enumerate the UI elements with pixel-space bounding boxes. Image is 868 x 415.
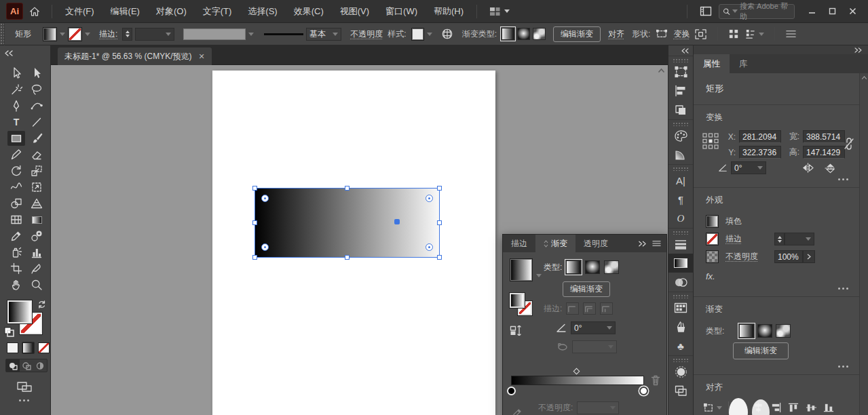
properties-scrollbar[interactable] <box>859 73 868 415</box>
tool-column-graph[interactable] <box>28 245 45 260</box>
gradient-radial-button[interactable] <box>517 28 530 40</box>
collapse-panel-icon[interactable] <box>638 241 647 247</box>
opacity-field[interactable]: 100% <box>774 250 803 263</box>
menu-help[interactable]: 帮助(H) <box>426 2 471 21</box>
tool-hand[interactable] <box>7 277 25 292</box>
swatches-panel-icon[interactable] <box>668 298 693 317</box>
flip-horizontal-icon[interactable] <box>801 163 814 173</box>
tool-line-segment[interactable] <box>28 115 45 130</box>
opacity-panel-link[interactable]: 不透明度 <box>350 28 383 40</box>
gradient-panel-icon[interactable] <box>668 254 693 273</box>
align-top-button[interactable] <box>788 402 799 413</box>
gradient-slider[interactable] <box>511 369 644 397</box>
tab-properties[interactable]: 属性 <box>694 54 730 73</box>
chevron-down-icon[interactable] <box>60 33 65 36</box>
opacity-expand-button[interactable] <box>803 250 815 263</box>
gradient-button[interactable] <box>22 342 35 354</box>
opacity-panel-link[interactable]: 不透明度 <box>725 251 768 262</box>
constrain-proportions-icon[interactable] <box>843 136 855 151</box>
chevron-down-icon[interactable] <box>536 274 542 277</box>
selection-handle-nw[interactable] <box>252 186 257 191</box>
brushes-panel-icon[interactable] <box>668 317 693 336</box>
align-panel-icon[interactable] <box>668 81 693 100</box>
stroke-weight-dropdown[interactable] <box>135 28 174 41</box>
stop-opacity-dropdown[interactable] <box>577 401 619 414</box>
tool-rotate[interactable] <box>7 163 25 178</box>
fill-proxy-swatch[interactable] <box>7 300 32 323</box>
gradient-linear-button[interactable] <box>739 324 754 338</box>
paragraph-panel-icon[interactable]: ¶ <box>668 190 693 209</box>
tool-mesh[interactable] <box>7 212 25 227</box>
tab-transparency[interactable]: 透明度 <box>575 235 616 252</box>
edit-toolbar-button[interactable] <box>19 399 29 401</box>
scroll-up-icon[interactable] <box>861 75 867 80</box>
isolate-icon[interactable] <box>744 28 756 40</box>
stroke-swatch[interactable] <box>706 233 719 245</box>
gradient-freeform-button[interactable] <box>776 324 791 338</box>
tool-gradient[interactable] <box>28 212 45 227</box>
tool-slice[interactable] <box>28 261 45 276</box>
tool-blend[interactable] <box>28 229 45 243</box>
menu-effect[interactable]: 效果(C) <box>286 2 331 21</box>
tool-direct-selection[interactable] <box>28 66 45 81</box>
menu-select[interactable]: 选择(S) <box>240 2 284 21</box>
expand-icon[interactable] <box>694 28 707 40</box>
tool-zoom[interactable] <box>28 277 45 292</box>
tool-pen[interactable] <box>7 98 25 113</box>
screen-mode-icon[interactable] <box>16 378 34 393</box>
chevron-down-icon[interactable] <box>427 33 432 36</box>
tool-lasso[interactable] <box>28 82 45 97</box>
more-options-button[interactable] <box>838 178 848 180</box>
stroke-panel-icon[interactable] <box>668 235 693 254</box>
tool-artboard[interactable] <box>7 261 25 276</box>
chevron-down-icon[interactable] <box>248 33 254 36</box>
swap-fill-stroke-icon[interactable] <box>37 300 47 309</box>
color-panel-icon[interactable] <box>668 126 693 145</box>
menu-file[interactable]: 文件(F) <box>58 2 102 21</box>
stroke-within-button[interactable] <box>566 302 579 315</box>
x-input[interactable] <box>739 130 781 143</box>
edit-gradient-button[interactable]: 编辑渐变 <box>733 342 789 359</box>
gradient-track[interactable] <box>511 376 644 385</box>
close-tab-icon[interactable]: ✕ <box>199 52 205 61</box>
edit-gradient-button[interactable]: 编辑渐变 <box>563 281 610 297</box>
gradient-linear-button[interactable] <box>566 260 581 274</box>
symbols-panel-icon[interactable]: ♣ <box>668 336 693 355</box>
arrange-documents-button[interactable] <box>489 7 510 16</box>
scroll-up-icon[interactable] <box>658 68 665 73</box>
selection-handle-w[interactable] <box>252 220 257 225</box>
search-input[interactable]: 搜索 Adobe 帮助 <box>719 4 795 19</box>
tool-type[interactable]: T <box>7 115 25 130</box>
fill-color-swatch[interactable] <box>43 27 57 41</box>
tab-gradient[interactable]: 渐变 <box>535 235 575 252</box>
shape-widget-icon[interactable] <box>655 28 668 39</box>
gradient-stop-white[interactable] <box>639 387 648 395</box>
gradient-preview-swatch[interactable] <box>510 258 533 281</box>
panel-menu-icon[interactable] <box>785 29 797 39</box>
align-center-button[interactable] <box>753 402 764 413</box>
menu-type[interactable]: 文字(T) <box>195 2 240 21</box>
tool-symbol-sprayer[interactable] <box>7 245 25 260</box>
panel-toggle-icon[interactable] <box>700 6 712 16</box>
maximize-button[interactable] <box>822 3 842 20</box>
menu-object[interactable]: 对象(O) <box>149 2 194 21</box>
drag-handle[interactable] <box>0 23 5 45</box>
chevron-down-icon[interactable] <box>759 33 764 36</box>
more-options-button[interactable] <box>838 365 848 368</box>
align-to-dropdown[interactable] <box>703 402 722 413</box>
selection-handle-ne[interactable] <box>437 186 442 191</box>
stroke-across-button[interactable] <box>600 302 613 315</box>
document-setup-icon[interactable] <box>441 28 453 40</box>
height-input[interactable] <box>803 146 845 159</box>
corner-radius-widget-nw[interactable] <box>261 195 269 202</box>
gradient-freeform-button[interactable] <box>533 28 546 40</box>
stroke-panel-link[interactable]: 描边 <box>725 233 768 245</box>
selection-handle-n[interactable] <box>345 186 350 191</box>
brush-definition-dropdown[interactable]: 基本 <box>306 28 341 41</box>
collapse-panel-icon[interactable] <box>681 48 690 54</box>
flip-vertical-icon[interactable] <box>825 163 836 174</box>
artboards-panel-icon[interactable] <box>668 381 693 400</box>
align-left-button[interactable] <box>735 402 747 413</box>
home-icon[interactable] <box>23 5 46 18</box>
draw-inside-button[interactable] <box>33 359 47 372</box>
